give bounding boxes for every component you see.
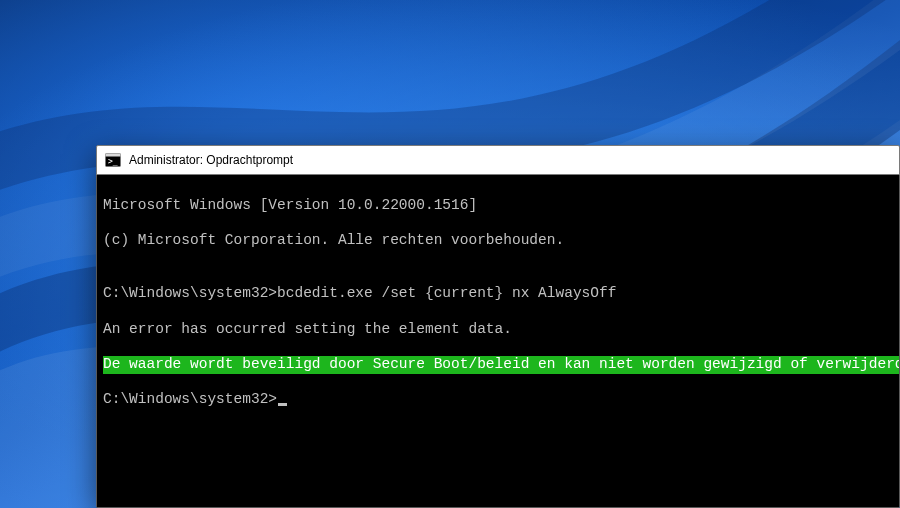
error-line-2-highlighted: De waarde wordt beveiligd door Secure Bo… (103, 356, 899, 374)
text-cursor (278, 403, 287, 406)
command-1: bcdedit.exe /set {current} nx AlwaysOff (277, 285, 616, 301)
prompt-1: C:\Windows\system32> (103, 285, 277, 301)
version-line: Microsoft Windows [Version 10.0.22000.15… (103, 197, 893, 215)
prompt-2: C:\Windows\system32> (103, 391, 277, 409)
command-prompt-window[interactable]: >_ Administrator: Opdrachtprompt Microso… (96, 146, 900, 508)
terminal-output[interactable]: Microsoft Windows [Version 10.0.22000.15… (97, 175, 899, 507)
svg-text:>_: >_ (108, 157, 118, 166)
terminal-icon: >_ (105, 152, 121, 168)
command-line-1: C:\Windows\system32>bcdedit.exe /set {cu… (103, 285, 893, 303)
titlebar[interactable]: >_ Administrator: Opdrachtprompt (96, 145, 900, 175)
window-title: Administrator: Opdrachtprompt (129, 153, 293, 167)
current-prompt-line: C:\Windows\system32> (103, 391, 893, 409)
error-line-1: An error has occurred setting the elemen… (103, 321, 893, 339)
copyright-line: (c) Microsoft Corporation. Alle rechten … (103, 232, 893, 250)
